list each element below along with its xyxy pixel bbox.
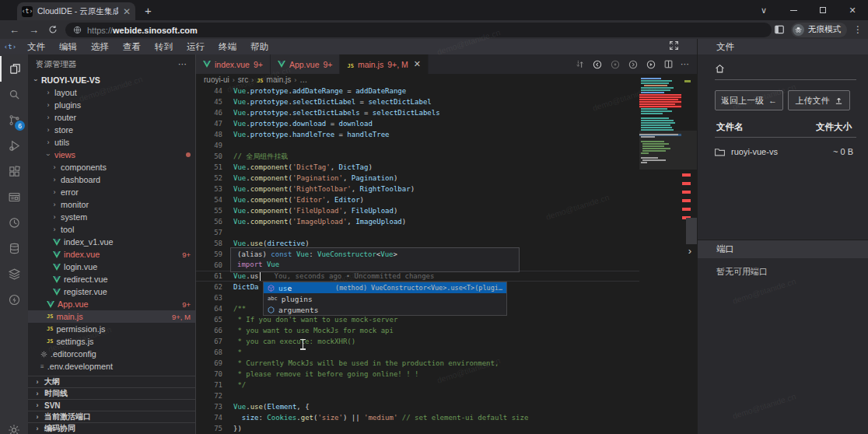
- code-line-52[interactable]: Vue.component('Pagination', Pagination): [233, 173, 639, 184]
- breadcrumb-item[interactable]: ruoyi-ui: [204, 75, 229, 84]
- tree-item-components[interactable]: ›components: [28, 161, 195, 173]
- tree-item-utils[interactable]: ›utils: [28, 136, 195, 149]
- forward-icon[interactable]: →: [29, 24, 39, 36]
- tree-item-permission.js[interactable]: JSpermission.js: [28, 323, 195, 335]
- code-line-55[interactable]: Vue.component('FileUpload', FileUpload): [233, 205, 639, 216]
- side-panel-icon[interactable]: [774, 24, 785, 35]
- tree-item-redirect.vue[interactable]: redirect.vue: [28, 273, 195, 285]
- code-line-47[interactable]: Vue.prototype.download = download: [233, 118, 639, 129]
- source-control-icon[interactable]: 6: [0, 107, 28, 133]
- section-SVN[interactable]: ›SVN: [28, 399, 196, 411]
- code-line-50[interactable]: // 全局组件挂载: [233, 151, 639, 162]
- browser-menu-icon[interactable]: ⋮: [853, 24, 863, 35]
- code-line-51[interactable]: Vue.component('DictTag', DictTag): [233, 162, 639, 173]
- code-line-71[interactable]: */: [233, 380, 639, 390]
- breadcrumb[interactable]: ruoyi-ui›src›JSmain.js›…: [196, 74, 697, 86]
- code-line-74[interactable]: size: Cookies.get('size') || 'medium' //…: [233, 412, 639, 423]
- tree-item-register.vue[interactable]: register.vue: [28, 285, 195, 298]
- code-line-72[interactable]: [233, 390, 639, 401]
- navigate-dot-icon[interactable]: [610, 59, 621, 70]
- tree-item-router[interactable]: ›router: [28, 111, 195, 124]
- tree-item-.env.development[interactable]: ≡.env.development: [28, 360, 195, 373]
- tree-item-settings.js[interactable]: JSsettings.js: [28, 335, 195, 348]
- section-编码协同[interactable]: ›编码协同: [28, 422, 196, 434]
- suggest-item-arguments[interactable]: arguments: [264, 304, 506, 315]
- ports-section-header[interactable]: 端口: [698, 240, 868, 258]
- new-tab-button[interactable]: +: [145, 4, 152, 17]
- refresh-icon[interactable]: [48, 25, 58, 34]
- go-up-button[interactable]: 返回上一级 ←: [715, 90, 783, 110]
- menu-运行[interactable]: 运行: [180, 41, 212, 53]
- tree-item-system[interactable]: ›system: [28, 211, 195, 223]
- code-line-48[interactable]: Vue.prototype.handleTree = handleTree: [233, 129, 639, 140]
- bolt-icon[interactable]: [0, 287, 28, 313]
- navigate-back-icon[interactable]: [592, 59, 603, 70]
- menu-文件[interactable]: 文件: [20, 41, 52, 53]
- menu-转到[interactable]: 转到: [148, 41, 180, 53]
- home-icon[interactable]: [715, 64, 725, 74]
- section-大纲[interactable]: ›大纲: [28, 376, 196, 387]
- code-line-54[interactable]: Vue.component('Editor', Editor): [233, 194, 639, 205]
- tree-item-store[interactable]: ›store: [28, 124, 195, 136]
- breadcrumb-item[interactable]: src: [238, 75, 248, 84]
- code-line-61[interactable]: Vue.usYou, seconds ago • Uncommitted cha…: [233, 271, 639, 282]
- suggest-item-use[interactable]: use(method) VueConstructor<Vue>.use<T>(p…: [264, 282, 506, 293]
- menu-终端[interactable]: 终端: [212, 41, 243, 53]
- code-line-75[interactable]: }): [233, 423, 639, 434]
- history-icon[interactable]: [0, 210, 28, 236]
- extensions-icon[interactable]: [0, 159, 28, 184]
- code-line-73[interactable]: Vue.use(Element, {: [233, 401, 639, 412]
- layers-icon[interactable]: [0, 261, 28, 287]
- settings-gear-icon[interactable]: [0, 417, 28, 434]
- scrollbar-thumb[interactable]: [686, 218, 697, 244]
- code-line-56[interactable]: Vue.component('ImageUpload', ImageUpload…: [233, 216, 639, 227]
- tree-item-plugins[interactable]: ›plugins: [28, 99, 195, 111]
- tree-item-dashboard[interactable]: ›dashboard: [28, 173, 195, 186]
- split-editor-icon[interactable]: [663, 59, 674, 69]
- suggest-item-plugins[interactable]: abcplugins: [264, 293, 506, 304]
- upload-file-button[interactable]: 上传文件: [788, 90, 850, 110]
- back-icon[interactable]: ←: [9, 24, 19, 36]
- fullscreen-icon[interactable]: [669, 40, 679, 51]
- file-row-ruoyi-vue-vs[interactable]: ruoyi-vue-vs~ 0 B: [715, 145, 856, 159]
- code-line-66[interactable]: * you want to use MockJs for mock api: [233, 325, 639, 336]
- chevron-down-icon[interactable]: ∨: [759, 5, 768, 16]
- compare-changes-icon[interactable]: [575, 59, 585, 69]
- close-window-icon[interactable]: ✕: [848, 5, 857, 16]
- tree-item-monitor[interactable]: ›monitor: [28, 198, 195, 211]
- tree-item-.editorconfig[interactable]: .editorconfig: [28, 348, 195, 360]
- incognito-badge[interactable]: 无痕模式: [791, 23, 847, 37]
- editor-more-icon[interactable]: ⋯: [681, 59, 689, 69]
- code-line-70[interactable]: * please remove it before going online! …: [233, 369, 639, 380]
- explorer-icon[interactable]: [0, 56, 28, 82]
- browser-tab[interactable]: ‹t› CloudIDE - 云原生集成开发环境 ✕: [17, 2, 135, 20]
- breadcrumb-item[interactable]: main.js: [267, 75, 292, 84]
- tree-item-tool[interactable]: ›tool: [28, 223, 195, 236]
- url-bar[interactable]: https:// webide.sinosoft.com: [65, 23, 772, 37]
- tree-item-index_v1.vue[interactable]: index_v1.vue: [28, 236, 195, 248]
- code-line-44[interactable]: Vue.prototype.addDateRange = addDateRang…: [233, 86, 639, 96]
- tab-index.vue[interactable]: index.vue9+: [196, 54, 271, 74]
- tree-item-App.vue[interactable]: App.vue9+: [28, 298, 195, 310]
- tree-item-error[interactable]: ›error: [28, 186, 195, 198]
- menu-查看[interactable]: 查看: [116, 41, 148, 53]
- code-line-46[interactable]: Vue.prototype.selectDictLabels = selectD…: [233, 107, 639, 118]
- section-当前激活端口[interactable]: ›当前激活端口: [28, 411, 196, 422]
- code-line-67[interactable]: * you can execute: mockXHR(): [233, 336, 639, 347]
- minimap-viewport[interactable]: [639, 131, 697, 170]
- navigate-forward-icon[interactable]: [628, 59, 639, 70]
- tree-item-layout[interactable]: ›layout: [28, 86, 195, 99]
- section-时间线[interactable]: ›时间线: [28, 387, 196, 399]
- tree-root[interactable]: › RUOYI-VUE-VS: [28, 74, 195, 86]
- code-line-49[interactable]: [233, 140, 639, 151]
- menu-编辑[interactable]: 编辑: [52, 41, 84, 53]
- code-line-57[interactable]: [233, 227, 639, 238]
- explorer-more-icon[interactable]: ⋯: [178, 59, 187, 69]
- tab-close-icon[interactable]: ✕: [123, 7, 131, 16]
- code-line-68[interactable]: *: [233, 347, 639, 358]
- code-line-53[interactable]: Vue.component('RightToolbar', RightToolb…: [233, 184, 639, 194]
- tab-main.js[interactable]: JSmain.js9+, M✕: [340, 54, 428, 74]
- tab-App.vue[interactable]: App.vue9+: [271, 54, 341, 74]
- maximize-icon[interactable]: [818, 7, 828, 13]
- tree-item-views[interactable]: ›views: [28, 149, 195, 161]
